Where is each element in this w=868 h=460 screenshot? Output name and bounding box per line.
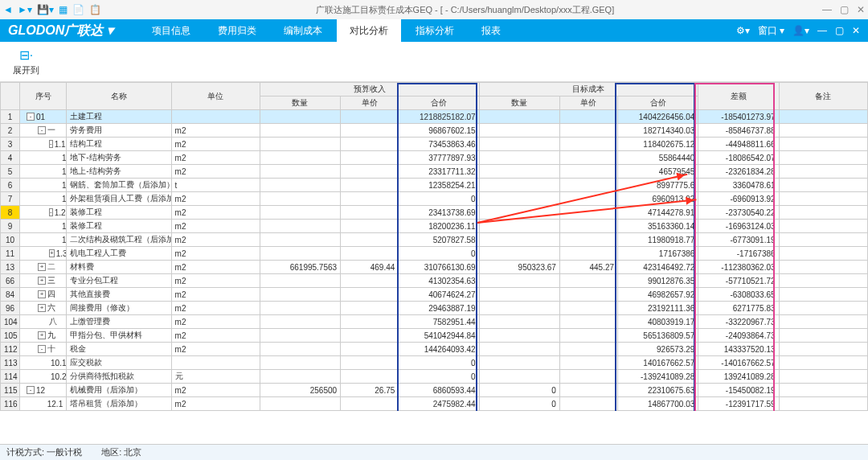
cell-bq[interactable] xyxy=(260,329,340,343)
tree-toggle[interactable]: - xyxy=(38,345,46,353)
row-number[interactable]: 9 xyxy=(1,220,20,233)
cell-name[interactable]: 分供商待抵扣税款 xyxy=(67,370,171,384)
cell-unit[interactable]: m2 xyxy=(171,220,260,233)
tree-toggle[interactable]: + xyxy=(38,331,46,339)
cell-unit[interactable]: m2 xyxy=(171,288,260,302)
cell-bp[interactable] xyxy=(341,356,399,370)
cell-tt[interactable]: 40803919.17 xyxy=(618,315,698,329)
cell-seq[interactable]: 1.2.3 xyxy=(20,233,67,247)
cell-tq[interactable] xyxy=(479,356,559,370)
cell-seq[interactable]: 1.2.2 xyxy=(20,220,67,233)
cell-bp[interactable] xyxy=(341,397,399,411)
data-grid[interactable]: 序号 名称 单位 预算收入 目标成本 差额 备注 数量 单价 合价 数量 单价 … xyxy=(0,82,868,411)
col-seq[interactable]: 序号 xyxy=(20,83,67,110)
row-number[interactable]: 113 xyxy=(1,356,20,370)
cell-unit[interactable]: m2 xyxy=(171,384,260,397)
cell-bt[interactable]: 73453863.46 xyxy=(399,138,479,151)
table-row[interactable]: 11310.1应交税款0140167662.57-140167662.57 xyxy=(1,356,868,370)
cell-diff[interactable]: -23261834.28 xyxy=(698,165,779,179)
table-row[interactable]: 11410.2分供商待抵扣税款元0-139241089.28139241089.… xyxy=(1,370,868,384)
cell-unit[interactable]: m2 xyxy=(171,151,260,165)
cell-bp[interactable] xyxy=(341,110,399,124)
cell-tt[interactable]: 47144278.91 xyxy=(618,206,698,220)
cell-bp[interactable] xyxy=(341,233,399,247)
cell-seq[interactable]: -一 xyxy=(20,124,67,138)
cell-tt[interactable]: 1404226456.04 xyxy=(618,110,698,124)
cell-bq[interactable] xyxy=(260,356,340,370)
cell-tp[interactable] xyxy=(559,206,617,220)
cell-tt[interactable]: 35163360.14 xyxy=(618,220,698,233)
cell-bp[interactable] xyxy=(341,302,399,315)
cell-bp[interactable] xyxy=(341,343,399,356)
cell-bt[interactable]: 96867602.15 xyxy=(399,124,479,138)
cell-tp[interactable] xyxy=(559,288,617,302)
table-row[interactable]: 71.1.4外架租赁项目人工费（后添加）m206960913.92-696091… xyxy=(1,192,868,206)
table-row[interactable]: 105+九甲指分包、甲供材料m2541042944.84565136809.57… xyxy=(1,329,868,343)
tree-toggle[interactable]: + xyxy=(38,304,46,312)
cell-diff[interactable]: -23730540.22 xyxy=(698,206,779,220)
table-row[interactable]: 91.2.2装修工程m218200236.1135163360.14-16963… xyxy=(1,220,868,233)
grid-icon[interactable]: ▦ xyxy=(59,4,68,15)
cell-tt[interactable]: 140167662.57 xyxy=(618,356,698,370)
cell-remark[interactable] xyxy=(779,274,867,288)
cell-seq[interactable]: 10.2 xyxy=(20,370,67,384)
grid-body[interactable]: 1-01土建工程1218825182.071404226456.04-18540… xyxy=(1,110,868,411)
cell-tt[interactable]: 423146492.72 xyxy=(618,261,698,274)
cell-tq[interactable] xyxy=(479,302,559,315)
row-number[interactable]: 112 xyxy=(1,343,20,356)
cell-seq[interactable]: 12.1 xyxy=(20,397,67,411)
cell-tt[interactable]: 22310675.63 xyxy=(618,384,698,397)
cell-name[interactable]: 二次结构及砌筑工程（后添加） xyxy=(67,233,171,247)
cell-bt[interactable]: 23413738.69 xyxy=(399,206,479,220)
row-number[interactable]: 5 xyxy=(1,165,20,179)
cell-bp[interactable] xyxy=(341,192,399,206)
cell-tp[interactable] xyxy=(559,356,617,370)
tree-toggle[interactable]: + xyxy=(38,290,46,298)
cell-diff[interactable]: -140167662.57 xyxy=(698,356,779,370)
tab-4[interactable]: 指标分析 xyxy=(403,19,467,43)
cell-remark[interactable] xyxy=(779,220,867,233)
cell-seq[interactable]: +六 xyxy=(20,302,67,315)
cell-diff[interactable]: -18086542.07 xyxy=(698,151,779,165)
cell-tt[interactable]: 182714340.03 xyxy=(618,124,698,138)
cell-diff[interactable]: -15450082.19 xyxy=(698,384,779,397)
cell-name[interactable]: 劳务费用 xyxy=(67,124,171,138)
cell-tp[interactable] xyxy=(559,233,617,247)
cell-unit[interactable]: m2 xyxy=(171,274,260,288)
cell-unit[interactable]: m2 xyxy=(171,124,260,138)
cell-seq[interactable]: 1.1.4 xyxy=(20,192,67,206)
row-number[interactable]: 13 xyxy=(1,261,20,274)
cell-tq[interactable] xyxy=(479,192,559,206)
col-t-total[interactable]: 合价 xyxy=(618,97,698,110)
cell-bt[interactable]: 144264093.42 xyxy=(399,343,479,356)
cell-bt[interactable]: 0 xyxy=(399,247,479,261)
cell-bp[interactable] xyxy=(341,220,399,233)
row-number[interactable]: 96 xyxy=(1,302,20,315)
cell-remark[interactable] xyxy=(779,384,867,397)
tree-toggle[interactable]: - xyxy=(27,386,35,394)
cell-seq[interactable]: +1.3 xyxy=(20,247,67,261)
table-row[interactable]: 112-十税金m2144264093.42926573.29143337520.… xyxy=(1,343,868,356)
cell-bp[interactable] xyxy=(341,151,399,165)
cell-bt[interactable]: 6860593.44 xyxy=(399,384,479,397)
cell-seq[interactable]: -01 xyxy=(20,110,67,124)
cell-unit[interactable]: m2 xyxy=(171,233,260,247)
col-remark[interactable]: 备注 xyxy=(779,83,867,110)
cell-bt[interactable]: 0 xyxy=(399,192,479,206)
cell-seq[interactable]: -十 xyxy=(20,343,67,356)
row-number[interactable]: 116 xyxy=(1,397,20,411)
table-row[interactable]: 11612.1塔吊租赁（后添加）m22475982.44014867700.03… xyxy=(1,397,868,411)
cell-diff[interactable]: -24093864.73 xyxy=(698,329,779,343)
doc-icon[interactable]: 📄 xyxy=(72,4,84,15)
cell-seq[interactable]: -12 xyxy=(20,384,67,397)
cell-unit[interactable]: m2 xyxy=(171,138,260,151)
cell-remark[interactable] xyxy=(779,192,867,206)
cell-tp[interactable] xyxy=(559,165,617,179)
cell-bq[interactable] xyxy=(260,370,340,384)
cell-tq[interactable]: 0 xyxy=(479,397,559,411)
cell-bq[interactable] xyxy=(260,343,340,356)
cell-bq[interactable] xyxy=(260,233,340,247)
cell-bt[interactable]: 2475982.44 xyxy=(399,397,479,411)
cell-tp[interactable] xyxy=(559,343,617,356)
sheet-icon[interactable]: 📋 xyxy=(89,4,101,15)
